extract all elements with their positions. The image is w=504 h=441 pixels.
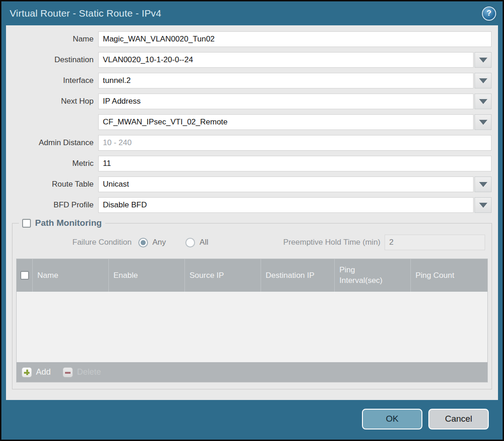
path-monitoring-table: Name Enable Source IP Destination IP Pin… xyxy=(16,259,488,382)
route-table-input[interactable] xyxy=(98,176,474,192)
form-row-next-hop: Next Hop xyxy=(6,94,492,109)
table-body-empty xyxy=(17,292,487,362)
chevron-down-icon xyxy=(479,58,487,63)
column-header-ping-interval[interactable]: Ping Interval(sec) xyxy=(334,259,410,292)
form-row-admin-distance: Admin Distance xyxy=(6,135,492,151)
delete-button-label: Delete xyxy=(77,367,101,377)
delete-minus-icon xyxy=(63,367,73,377)
delete-button[interactable]: Delete xyxy=(63,367,101,377)
preemptive-hold-time-label: Preemptive Hold Time (min) xyxy=(283,238,380,247)
form-row-destination: Destination xyxy=(6,52,492,68)
name-input[interactable] xyxy=(98,31,492,47)
admin-distance-input[interactable] xyxy=(98,135,492,151)
metric-label: Metric xyxy=(6,159,98,168)
next-hop-address-input[interactable] xyxy=(98,114,474,130)
chevron-down-icon xyxy=(479,182,487,187)
static-route-dialog: Virtual Router - Static Route - IPv4 ? N… xyxy=(0,0,504,441)
form-row-name: Name xyxy=(6,31,492,47)
failure-condition-all-radio[interactable] xyxy=(185,238,195,247)
column-header-label: Enable xyxy=(113,271,138,280)
dialog-title: Virtual Router - Static Route - IPv4 xyxy=(10,8,161,19)
dialog-titlebar: Virtual Router - Static Route - IPv4 ? xyxy=(1,1,503,25)
name-label: Name xyxy=(6,35,98,44)
table-footer-toolbar: Add Delete xyxy=(17,362,487,382)
route-table-dropdown-button[interactable] xyxy=(474,176,492,192)
path-monitoring-section: Path Monitoring Failure Condition Any Al… xyxy=(12,218,492,389)
add-plus-icon xyxy=(22,367,32,377)
column-header-label: Ping Count xyxy=(415,271,454,280)
destination-dropdown-button[interactable] xyxy=(474,52,492,68)
failure-condition-any-radio[interactable] xyxy=(138,238,148,247)
add-button[interactable]: Add xyxy=(22,367,51,377)
table-header-select-all xyxy=(17,259,32,292)
ok-button[interactable]: OK xyxy=(362,409,422,429)
form-row-metric: Metric xyxy=(6,156,492,171)
path-monitoring-checkbox[interactable] xyxy=(22,219,31,228)
column-header-enable[interactable]: Enable xyxy=(108,259,184,292)
failure-condition-row: Failure Condition Any All Preemptive Hol… xyxy=(16,235,488,250)
column-header-label: Source IP xyxy=(190,271,224,280)
dialog-footer: OK Cancel xyxy=(1,400,503,440)
cancel-button[interactable]: Cancel xyxy=(428,409,489,429)
preemptive-hold-time-input[interactable] xyxy=(385,235,485,250)
chevron-down-icon xyxy=(479,99,487,104)
interface-label: Interface xyxy=(6,76,98,85)
help-icon[interactable]: ? xyxy=(482,6,496,21)
bfd-profile-input[interactable] xyxy=(98,197,474,213)
table-header-row: Name Enable Source IP Destination IP Pin… xyxy=(17,259,487,292)
metric-input[interactable] xyxy=(98,156,492,171)
bfd-profile-dropdown-button[interactable] xyxy=(474,197,492,213)
column-header-label: Name xyxy=(37,271,58,280)
next-hop-label: Next Hop xyxy=(6,97,98,106)
failure-condition-label: Failure Condition xyxy=(72,238,132,247)
add-button-label: Add xyxy=(36,367,51,377)
next-hop-type-dropdown-button[interactable] xyxy=(474,94,492,109)
interface-input[interactable] xyxy=(98,73,474,88)
chevron-down-icon xyxy=(479,78,487,83)
destination-label: Destination xyxy=(6,55,98,65)
all-radio-label: All xyxy=(200,238,208,247)
any-radio-label: Any xyxy=(153,238,166,247)
help-glyph: ? xyxy=(486,9,491,18)
form-row-interface: Interface xyxy=(6,73,492,88)
interface-dropdown-button[interactable] xyxy=(474,73,492,88)
dialog-content: Name Destination Interface Next Hop xyxy=(6,25,498,400)
form-row-next-hop-address xyxy=(6,114,492,130)
bfd-profile-label: BFD Profile xyxy=(6,200,98,210)
admin-distance-label: Admin Distance xyxy=(6,138,98,147)
chevron-down-icon xyxy=(479,203,487,208)
column-header-name[interactable]: Name xyxy=(32,259,108,292)
next-hop-address-dropdown-button[interactable] xyxy=(474,114,492,130)
chevron-down-icon xyxy=(479,120,487,125)
column-header-label: Destination IP xyxy=(266,271,314,280)
destination-input[interactable] xyxy=(98,52,474,68)
form-row-route-table: Route Table xyxy=(6,176,492,192)
column-header-destination-ip[interactable]: Destination IP xyxy=(261,259,334,292)
path-monitoring-legend: Path Monitoring xyxy=(19,218,105,228)
select-all-checkbox[interactable] xyxy=(20,271,29,280)
route-table-label: Route Table xyxy=(6,180,98,189)
column-header-ping-count[interactable]: Ping Count xyxy=(410,259,487,292)
column-header-label: Ping Interval(sec) xyxy=(339,265,390,286)
path-monitoring-title: Path Monitoring xyxy=(35,218,102,228)
next-hop-type-input[interactable] xyxy=(98,94,474,109)
form-row-bfd-profile: BFD Profile xyxy=(6,197,492,213)
column-header-source-ip[interactable]: Source IP xyxy=(184,259,261,292)
